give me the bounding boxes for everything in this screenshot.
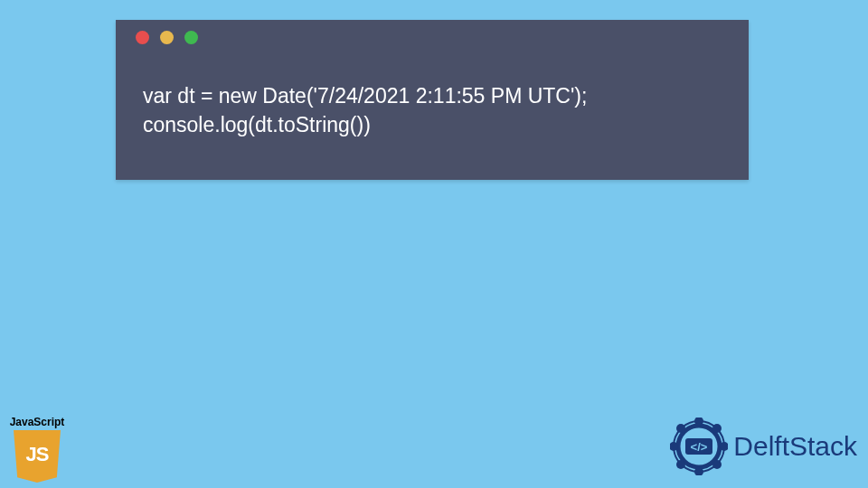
svg-point-9 xyxy=(676,424,685,433)
window-titlebar xyxy=(116,20,749,54)
svg-point-3 xyxy=(712,424,722,433)
code-window: var dt = new Date('7/24/2021 2:11:55 PM … xyxy=(116,20,749,180)
code-line-2: console.log(dt.toString()) xyxy=(143,113,371,136)
javascript-label: JavaScript xyxy=(5,416,69,428)
minimize-icon[interactable] xyxy=(160,31,174,44)
close-icon[interactable] xyxy=(136,31,149,44)
javascript-shield-icon: JS xyxy=(14,430,61,483)
svg-text:</>: </> xyxy=(691,440,708,454)
delftstack-logo: </> DelftStack xyxy=(670,418,857,475)
svg-point-5 xyxy=(712,460,722,469)
svg-point-7 xyxy=(676,460,685,469)
delftstack-gear-icon: </> xyxy=(670,418,728,475)
maximize-icon[interactable] xyxy=(184,31,198,44)
javascript-shield-text: JS xyxy=(26,443,49,466)
code-block: var dt = new Date('7/24/2021 2:11:55 PM … xyxy=(116,54,749,180)
javascript-badge: JavaScript JS xyxy=(5,416,69,483)
code-line-1: var dt = new Date('7/24/2021 2:11:55 PM … xyxy=(143,84,587,108)
delftstack-text: DelftStack xyxy=(733,431,857,462)
